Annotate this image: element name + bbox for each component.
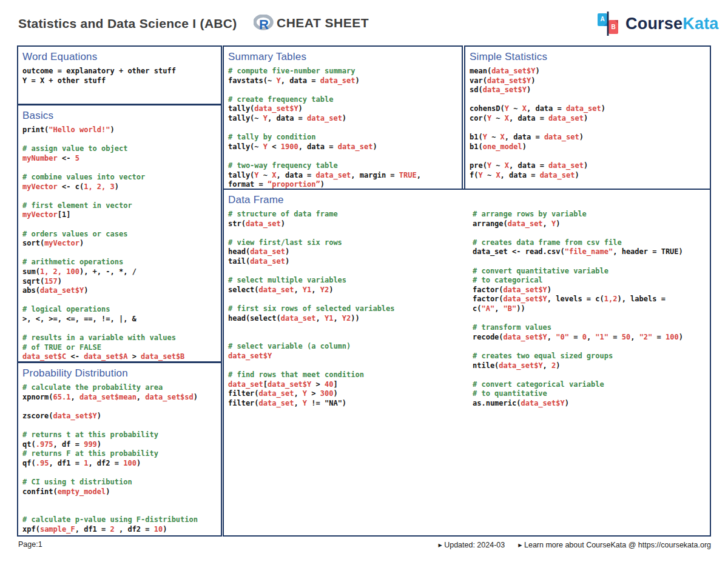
code-line: # select variable (a column): [228, 342, 468, 352]
code-line: var(data_set$Y): [470, 76, 710, 86]
panel-probability-distribution: Probability Distribution # calculate the…: [17, 362, 222, 537]
code-line: tally(~ Y < 1900, data = data_set): [228, 142, 462, 152]
code-line: # creates two equal sized groups: [473, 352, 703, 361]
code-line: print("Hello world!"): [22, 125, 221, 135]
code-line: b1(Y ~ X, data = data_set): [470, 133, 710, 142]
code-line: # view first/last six rows: [228, 238, 468, 248]
code-line: [228, 333, 468, 343]
code-line: [473, 314, 703, 324]
code-line: [22, 497, 221, 506]
code-line: sum(1, 2, 100), +, -, *, /: [22, 267, 221, 277]
coursekata-logo: A B CourseKata: [596, 11, 719, 36]
code-line: qt(.975, df = 999): [22, 440, 221, 450]
code-line: xpf(sample_F, df1 = 2 , df2 = 10): [22, 525, 221, 535]
code-block-probability-distribution: # calculate the probability areaxpnorm(6…: [22, 383, 221, 535]
code-block-basics: print("Hello world!") # assign value to …: [22, 125, 221, 362]
code-line: [228, 85, 462, 95]
code-line: b1(one_model): [470, 142, 710, 152]
panel-summary-tables: Summary Tables # compute five-number sum…: [223, 45, 463, 190]
code-line: # tally by condition: [228, 133, 462, 142]
code-block-simple-statistics: mean(data_set$Y)var(data_set$Y)sd(data_s…: [470, 67, 710, 180]
code-line: [228, 124, 462, 133]
code-line: # to categorical: [473, 276, 703, 286]
page-title: Statistics and Data Science I (ABC): [18, 16, 237, 31]
code-line: mean(data_set$Y): [470, 67, 710, 76]
code-line: # transform values: [473, 323, 703, 333]
code-line: [470, 152, 710, 161]
code-line: data_set <- read.csv("file_name", header…: [473, 247, 703, 257]
code-line: factor(data_set$Y): [473, 286, 703, 295]
code-line: [473, 257, 703, 267]
code-line: # first six rows of selected variables: [228, 304, 468, 314]
code-line: recode(data_set$Y, "0" = 0, "1" = 50, "2…: [473, 333, 703, 343]
code-line: filter(data_set, Y != "NA"): [228, 399, 468, 409]
code-line: abs(data_set$Y): [22, 286, 221, 296]
code-line: pre(Y ~ X, data = data_set): [470, 161, 710, 171]
code-line: [228, 152, 462, 161]
code-line: tally(Y ~ X, data = data_set, margin = T…: [228, 171, 462, 181]
brand-course: Course: [625, 15, 682, 33]
cheat-sheet-header: R CHEAT SHEET: [254, 15, 369, 32]
code-line: [22, 402, 221, 412]
code-line: # arrange rows by variable: [473, 210, 703, 219]
code-line: # of TRUE or FALSE: [22, 343, 221, 353]
code-line: # compute five-number summary: [228, 67, 462, 76]
panel-title-probability-distribution: Probability Distribution: [22, 367, 221, 380]
code-line: tally(data_set$Y): [228, 104, 462, 114]
panel-basics: Basics print("Hello world!") # assign va…: [17, 104, 222, 363]
code-line: [22, 163, 221, 173]
code-line: [22, 296, 221, 306]
code-line: myVector <- c(1, 2, 3): [22, 182, 221, 192]
code-line: [473, 370, 703, 380]
code-line: # results in a variable with values: [22, 333, 221, 343]
footer-updated: ▸ Updated: 2024-03: [438, 540, 505, 549]
code-line: Y = X + other stuff: [22, 76, 221, 86]
code-line: [228, 323, 468, 333]
panel-title-simple-statistics: Simple Statistics: [470, 50, 710, 63]
code-line: favstats(~ Y, data = data_set): [228, 76, 462, 86]
code-line: [228, 229, 468, 238]
code-line: [470, 124, 710, 133]
code-line: [228, 295, 468, 304]
code-line: # convert quantitative variable: [473, 267, 703, 276]
code-block-word-equations: outcome = explanatory + other stuffY = X…: [22, 67, 221, 85]
code-line: arrange(data_set, Y): [473, 219, 703, 229]
page-b-letter: B: [612, 24, 616, 30]
code-line: >, <, >=, <=, ==, !=, |, &: [22, 315, 221, 324]
code-line: [22, 324, 221, 333]
code-line: xpnorm(65.1, data_set$mean, data_set$sd): [22, 393, 221, 403]
code-line: ntile(data_set$Y, 2): [473, 361, 703, 371]
footer-learn-more: ▸ Learn more about CourseKata @ https://…: [518, 540, 711, 549]
code-line: tally(~ Y, data = data_set): [228, 114, 462, 124]
code-line: # combine values into vector: [22, 173, 221, 182]
code-line: # structure of data frame: [228, 210, 468, 219]
code-line: f(Y ~ X, data = data_set): [470, 171, 710, 181]
code-line: # select multiple variables: [228, 276, 468, 286]
code-line: [470, 95, 710, 105]
code-line: [22, 421, 221, 430]
code-line: # create frequency table: [228, 95, 462, 105]
code-line: [228, 267, 468, 276]
code-line: c("A", "B")): [473, 304, 703, 314]
code-line: str(data_set): [228, 219, 468, 229]
r-logo-icon: R: [254, 15, 275, 32]
code-line: as.numeric(data_set$Y): [473, 399, 703, 409]
code-line: qf(.95, df1 = 1, df2 = 100): [22, 459, 221, 469]
code-line: # returns F at this probability: [22, 449, 221, 459]
footer-page-number: Page:1: [18, 540, 42, 549]
code-line: select(data_set, Y1, Y2): [228, 286, 468, 295]
code-line: # assign value to object: [22, 144, 221, 154]
code-line: data_set[data_set$Y > 40]: [228, 380, 468, 390]
code-line: filter(data_set, Y > 300): [228, 389, 468, 399]
code-line: # logical operations: [22, 305, 221, 315]
code-line: sort(myVector): [22, 239, 221, 249]
cheat-sheet-label: CHEAT SHEET: [277, 16, 369, 30]
panel-title-word-equations: Word Equations: [22, 50, 221, 63]
footer-info: ▸ Updated: 2024-03 ▸ Learn more about Co…: [438, 540, 711, 549]
panel-title-data-frame: Data Frame: [228, 193, 710, 206]
code-line: [22, 506, 221, 516]
code-line: # first element in vector: [22, 201, 221, 211]
code-line: myNumber <- 5: [22, 154, 221, 164]
coursekata-pages-icon: A B: [596, 11, 620, 36]
code-line: # convert categorical variable: [473, 380, 703, 390]
